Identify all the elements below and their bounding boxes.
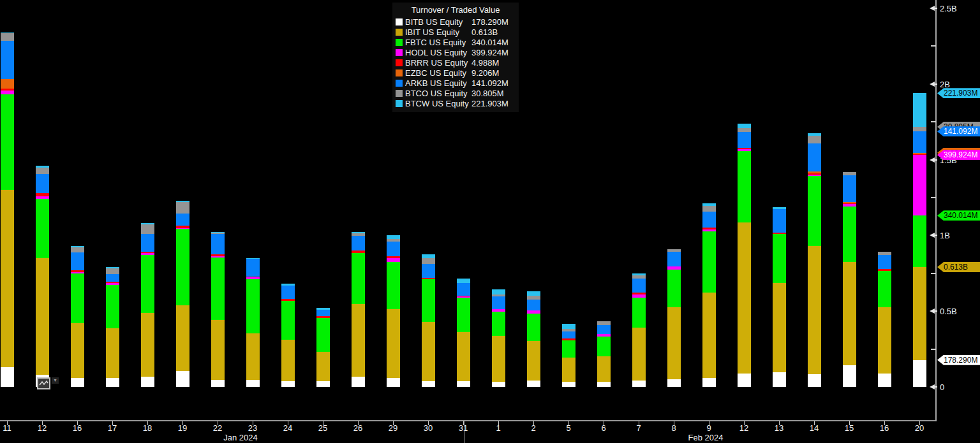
legend-item-btco[interactable]: BTCO US Equity30.805M	[395, 88, 516, 98]
bar-jan-30[interactable]	[422, 254, 435, 387]
bar-feb-20[interactable]	[913, 93, 926, 387]
value-badge-bitb: 178.290M	[937, 355, 980, 365]
legend-swatch	[396, 29, 403, 36]
segment-brrr	[246, 277, 260, 277]
segment-btco	[843, 172, 856, 175]
segment-hodl	[211, 256, 225, 258]
segment-fbtc	[246, 279, 260, 333]
y-axis-label-2B: 2B	[940, 79, 950, 89]
bar-jan-23[interactable]	[246, 258, 260, 387]
bar-feb-7[interactable]	[632, 273, 646, 387]
legend-swatch	[396, 49, 403, 56]
chart-type-button[interactable]: ▾	[37, 377, 59, 389]
legend-item-bitb[interactable]: BITB US Equity178.290M	[395, 17, 516, 27]
legend-item-arkb[interactable]: ARKB US Equity141.092M	[395, 78, 516, 88]
y-minor-tick	[931, 197, 936, 198]
segment-brrr	[176, 226, 189, 228]
legend-item-ezbc[interactable]: EZBC US Equity9.206M	[395, 68, 516, 78]
segment-fbtc	[492, 312, 505, 336]
segment-brrr	[773, 233, 786, 234]
segment-brrr	[316, 316, 330, 318]
bar-feb-16[interactable]	[878, 252, 891, 387]
segment-ibit	[1, 190, 14, 367]
segment-hodl	[457, 296, 470, 298]
month-separator-line	[464, 421, 464, 443]
value-badge-fbtc: 340.014M	[937, 210, 980, 221]
x-day-label-jan-12: 12	[38, 423, 47, 433]
segment-ibit	[843, 262, 856, 365]
segment-btcw	[106, 267, 119, 268]
bar-feb-2[interactable]	[527, 291, 540, 387]
bar-feb-9[interactable]	[702, 203, 716, 387]
x-day-label-jan-17: 17	[108, 423, 117, 433]
bar-jan-19[interactable]	[176, 201, 189, 387]
bar-jan-25[interactable]	[316, 308, 330, 387]
segment-hodl	[527, 310, 540, 314]
legend-item-fbtc[interactable]: FBTC US Equity340.014M	[395, 37, 516, 47]
segment-brrr	[422, 278, 435, 279]
x-day-label-jan-31: 31	[459, 423, 468, 433]
segment-hodl	[71, 272, 84, 273]
legend-swatch	[396, 90, 403, 97]
segment-brrr	[808, 173, 821, 175]
bar-feb-15[interactable]	[843, 172, 856, 387]
legend-item-hodl[interactable]: HODL US Equity399.924M	[395, 47, 516, 57]
segment-hodl	[387, 258, 400, 262]
line-chart-icon[interactable]	[37, 377, 50, 389]
y-axis-label-1B: 1B	[940, 231, 950, 240]
chevron-down-icon[interactable]: ▾	[52, 377, 59, 384]
bar-feb-1[interactable]	[492, 289, 505, 387]
legend-item-brrr[interactable]: BRRR US Equity4.988M	[395, 57, 516, 68]
segment-ibit	[597, 356, 611, 382]
bar-feb-13[interactable]	[773, 207, 786, 387]
x-day-label-feb-1: 1	[496, 423, 500, 433]
segment-btcw	[246, 258, 260, 259]
bar-jan-26[interactable]	[352, 232, 365, 387]
bar-jan-22[interactable]	[211, 232, 225, 387]
segment-btcw	[422, 254, 435, 258]
segment-btco	[527, 296, 540, 300]
segment-arkb	[527, 300, 540, 310]
segment-fbtc	[808, 176, 821, 246]
bar-jan-12[interactable]	[36, 166, 49, 387]
legend-label: BTCW US Equity	[405, 99, 471, 108]
segment-btcw	[808, 133, 821, 136]
legend-swatch	[396, 18, 403, 25]
bar-feb-8[interactable]	[667, 249, 681, 387]
segment-btco	[878, 252, 891, 255]
segment-ibit	[71, 323, 84, 378]
segment-btco	[702, 206, 716, 212]
legend-item-ibit[interactable]: IBIT US Equity0.613B	[395, 27, 516, 37]
segment-ibit	[773, 283, 786, 372]
legend-swatch	[396, 80, 403, 87]
legend-item-btcw[interactable]: BTCW US Equity221.903M	[395, 98, 516, 108]
y-tick	[933, 310, 937, 312]
segment-bitb	[878, 374, 891, 387]
segment-hodl	[808, 175, 821, 176]
bar-feb-6[interactable]	[597, 321, 611, 387]
legend-value: 0.613B	[471, 27, 516, 37]
segment-ibit	[878, 307, 891, 374]
bar-jan-16[interactable]	[71, 246, 84, 387]
bar-jan-18[interactable]	[141, 223, 154, 387]
segment-arkb	[387, 242, 400, 256]
segment-arkb	[106, 274, 119, 282]
bar-feb-12[interactable]	[738, 124, 751, 387]
segment-brrr	[738, 148, 751, 149]
bar-jan-24[interactable]	[281, 284, 295, 387]
bar-jan-17[interactable]	[106, 267, 119, 387]
bar-jan-11[interactable]	[1, 33, 14, 387]
segment-arkb	[141, 234, 154, 252]
bar-feb-5[interactable]	[562, 324, 575, 387]
bar-jan-31[interactable]	[457, 279, 470, 387]
legend-swatch	[396, 59, 403, 66]
legend-label: HODL US Equity	[405, 48, 471, 57]
bar-feb-14[interactable]	[808, 133, 821, 387]
y-tick	[933, 159, 937, 161]
segment-ibit	[281, 340, 295, 381]
bar-jan-29[interactable]	[387, 235, 400, 387]
segment-brrr	[632, 293, 646, 294]
legend-label: BITB US Equity	[405, 17, 471, 27]
segment-ibit	[808, 246, 821, 374]
segment-bitb	[316, 381, 330, 387]
